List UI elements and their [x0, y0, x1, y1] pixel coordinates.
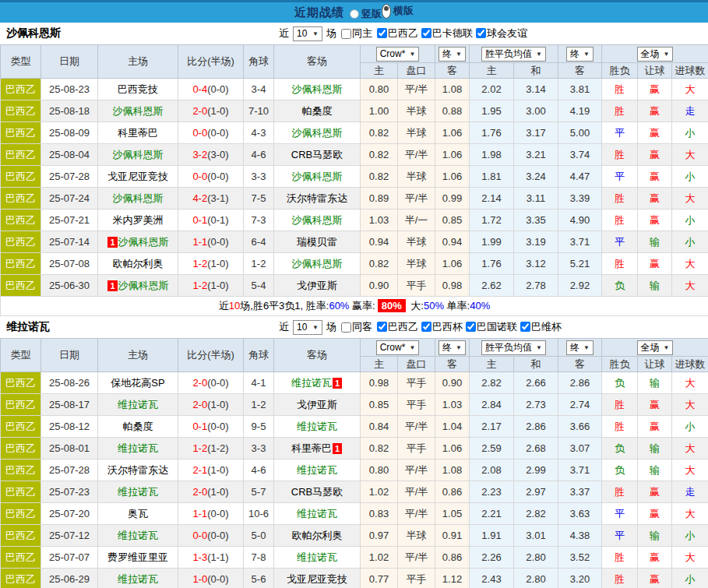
away-team-name[interactable]: 沃尔特雷东达 [287, 192, 347, 204]
same-venue-checkbox[interactable] [341, 29, 351, 39]
league-filter[interactable]: 球会友谊 [476, 26, 527, 40]
league-checkbox[interactable] [421, 322, 431, 332]
chevron-down-icon: ▼ [536, 51, 542, 58]
league-filter[interactable]: 巴西乙 [377, 320, 418, 334]
home-team-name[interactable]: 维拉诺瓦 [118, 486, 158, 498]
away-team-name[interactable]: 维拉诺瓦 [297, 508, 337, 519]
wdl-result-cell: 胜 [602, 188, 638, 209]
fullmatch-select[interactable]: 全场▼ [637, 47, 674, 62]
same-venue-checkbox[interactable] [341, 322, 351, 333]
away-team-name[interactable]: 戈亚尼亚竞技 [287, 573, 347, 585]
league-cell: 巴西乙 [1, 144, 41, 166]
halftime-score: (3-1) [207, 192, 228, 204]
handicap-cell: 半/一 [398, 209, 435, 231]
away-team-name[interactable]: 维拉诺瓦 [297, 464, 337, 476]
avg-select[interactable]: 胜平负均值▼ [481, 340, 546, 355]
league-filter[interactable]: 巴西杯 [421, 320, 463, 334]
filter-games-label: 场 [326, 26, 336, 40]
home-team-name[interactable]: 维拉诺瓦 [118, 399, 158, 410]
league-checkbox[interactable] [520, 322, 530, 332]
league-checkbox[interactable] [466, 322, 476, 332]
home-team-name[interactable]: 保地花高SP [111, 377, 164, 389]
odds-away-cell: 0.86 [435, 481, 470, 503]
away-team-name[interactable]: 沙佩科恩斯 [292, 258, 343, 269]
odds-company-select[interactable]: Crow*▼ [376, 340, 420, 355]
home-team-name[interactable]: 费罗维亚里亚 [107, 551, 168, 563]
home-team-name[interactable]: 沙佩科恩斯 [118, 236, 169, 248]
away-team-name[interactable]: 欧帕尔利奥 [292, 530, 343, 541]
league-checkbox[interactable] [421, 28, 431, 38]
avg-stage-select[interactable]: 终▼ [566, 340, 594, 355]
fullmatch-select[interactable]: 全场▼ [637, 340, 674, 355]
away-team-name[interactable]: 戈伊亚斯 [297, 399, 337, 410]
odds-stage-select[interactable]: 终▼ [439, 340, 466, 355]
date-cell: 25-08-01 [41, 438, 98, 459]
handicap-cell: 半球 [398, 525, 435, 547]
away-team-name[interactable]: CRB马瑟欧 [291, 149, 343, 160]
away-team-name[interactable]: 科里蒂巴 [291, 442, 332, 454]
match-count-select[interactable]: 10▼ [293, 320, 322, 335]
away-team-name[interactable]: 维拉诺瓦 [297, 551, 337, 563]
away-team-name[interactable]: 瑞模贝雷 [297, 236, 337, 248]
home-team-name[interactable]: 米内罗美洲 [113, 214, 164, 226]
away-team-name[interactable]: 维拉诺瓦 [291, 377, 332, 389]
radio-button-icon[interactable] [350, 9, 359, 19]
date-cell: 25-08-23 [41, 79, 98, 100]
home-team-name[interactable]: 科里蒂巴 [118, 127, 158, 139]
goals-result-cell: 大 [672, 547, 708, 569]
home-team-name[interactable]: 戈亚尼亚竞技 [107, 171, 168, 182]
away-team-name[interactable]: 沙佩科恩斯 [292, 171, 343, 182]
same-venue-filter[interactable]: 同主 [341, 26, 372, 40]
red-card-badge: 1 [333, 443, 342, 454]
league-filter[interactable]: 巴卡德联 [421, 26, 473, 40]
away-team-name[interactable]: 帕桑度 [302, 105, 333, 117]
subcol-avg-away: 客 [558, 357, 602, 372]
away-team-name[interactable]: 沙佩科恩斯 [292, 83, 343, 95]
home-team-name[interactable]: 帕桑度 [123, 421, 153, 432]
league-checkbox[interactable] [377, 322, 387, 332]
home-team-name[interactable]: 沃尔特雷东达 [107, 464, 168, 476]
away-team-name[interactable]: 沙佩科恩斯 [292, 214, 343, 226]
match-row: 巴西乙25-07-141沙佩科恩斯1-1(0-0)6-4瑞模贝雷0.94半球0.… [1, 231, 708, 253]
same-venue-filter[interactable]: 同客 [341, 320, 372, 334]
away-team-name[interactable]: CRB马瑟欧 [291, 486, 343, 498]
odds-stage-select[interactable]: 终▼ [439, 47, 466, 62]
league-filter[interactable]: 巴西乙 [377, 26, 418, 40]
home-team-name[interactable]: 沙佩科恩斯 [113, 105, 164, 117]
league-filter[interactable]: 巴国诺联 [466, 320, 517, 334]
fulltime-score: 2-0 [192, 377, 207, 389]
league-checkbox[interactable] [377, 28, 387, 38]
avg-away-cell: 5.21 [558, 253, 602, 275]
home-team-name[interactable]: 维拉诺瓦 [118, 573, 158, 585]
home-team-name[interactable]: 维拉诺瓦 [118, 530, 158, 541]
league-checkbox[interactable] [476, 28, 486, 38]
halftime-score: (0-0) [207, 127, 228, 139]
avg-draw-cell: 2.97 [514, 481, 558, 503]
odds-company-select[interactable]: Crow*▼ [376, 47, 420, 62]
home-team-name[interactable]: 维拉诺瓦 [118, 442, 158, 454]
away-team-name[interactable]: 戈伊亚斯 [297, 280, 337, 291]
subcol-avg-away: 客 [558, 63, 602, 79]
layout-radio-selected[interactable]: 横版 [382, 4, 414, 19]
match-count-select[interactable]: 10▼ [293, 26, 322, 41]
score-cell: 1-2(1-0) [178, 253, 244, 275]
league-filter[interactable]: 巴维杯 [520, 320, 562, 334]
home-team-name[interactable]: 欧帕尔利奥 [113, 258, 164, 269]
home-team-name[interactable]: 巴西竞技 [118, 83, 158, 95]
away-team-name[interactable]: 维拉诺瓦 [297, 421, 337, 432]
away-team-cell: 戈伊亚斯 [274, 394, 361, 416]
away-team-name[interactable]: 沙佩科恩斯 [292, 127, 343, 139]
radio-button-icon[interactable] [382, 4, 391, 19]
league-cell: 巴西乙 [1, 275, 41, 297]
avg-home-cell: 2.43 [470, 569, 514, 588]
home-team-name[interactable]: 奥瓦 [128, 508, 148, 519]
layout-radio-option[interactable]: 竖版 [350, 7, 382, 21]
home-team-name[interactable]: 沙佩科恩斯 [113, 192, 164, 204]
home-team-name[interactable]: 沙佩科恩斯 [118, 280, 169, 291]
home-team-name[interactable]: 沙佩科恩斯 [113, 149, 164, 160]
handicap-result-cell: 输 [638, 459, 672, 481]
summary-value: 10 [229, 300, 240, 312]
avg-select[interactable]: 胜平负均值▼ [481, 47, 546, 62]
wdl-result-cell: 胜 [602, 569, 638, 588]
avg-stage-select[interactable]: 终▼ [566, 47, 594, 62]
